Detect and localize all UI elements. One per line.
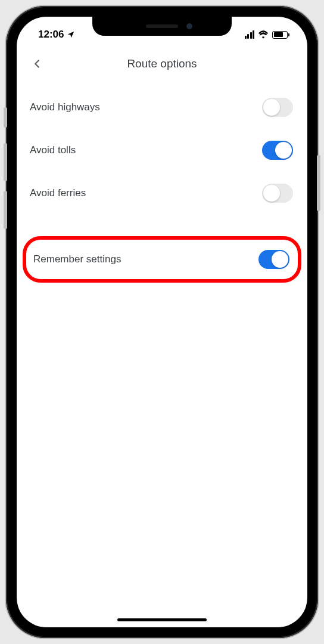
setting-avoid-highways[interactable]: Avoid highways	[17, 86, 307, 129]
setting-remember-settings[interactable]: Remember settings	[26, 240, 298, 279]
chevron-left-icon	[30, 57, 43, 70]
toggle-knob	[272, 251, 288, 268]
battery-icon	[272, 31, 289, 39]
highlight-annotation: Remember settings	[23, 236, 301, 283]
setting-label: Avoid highways	[30, 101, 100, 113]
status-time: 12:06	[38, 29, 64, 41]
cellular-signal-icon	[245, 30, 255, 39]
setting-label: Remember settings	[33, 253, 121, 265]
power-button	[317, 155, 320, 211]
status-right	[245, 30, 290, 39]
status-left: 12:06	[38, 29, 75, 41]
front-camera	[186, 23, 192, 29]
setting-label: Avoid tolls	[30, 144, 76, 156]
setting-label: Avoid ferries	[30, 187, 86, 199]
location-arrow-icon	[67, 30, 75, 39]
toggle-avoid-highways[interactable]	[262, 98, 293, 117]
toggle-knob	[275, 142, 292, 159]
home-indicator[interactable]	[117, 618, 207, 621]
wifi-icon	[258, 30, 269, 39]
speaker	[146, 24, 178, 28]
toggle-avoid-ferries[interactable]	[262, 184, 293, 203]
header: Route options	[17, 45, 307, 86]
back-button[interactable]	[26, 53, 48, 75]
notch	[92, 17, 232, 36]
toggle-knob	[263, 99, 280, 116]
volume-down-button	[4, 191, 7, 229]
device-frame: 12:06	[6, 6, 318, 638]
volume-up-button	[4, 143, 7, 181]
screen: 12:06	[17, 17, 307, 627]
setting-avoid-tolls[interactable]: Avoid tolls	[17, 129, 307, 172]
toggle-remember-settings[interactable]	[258, 250, 289, 269]
mute-switch	[4, 107, 7, 128]
toggle-avoid-tolls[interactable]	[262, 141, 293, 160]
page-title: Route options	[29, 57, 295, 70]
setting-avoid-ferries[interactable]: Avoid ferries	[17, 172, 307, 215]
toggle-knob	[263, 185, 280, 202]
settings-list: Avoid highways Avoid tolls Avoid ferries	[17, 86, 307, 283]
section-gap	[17, 215, 307, 236]
